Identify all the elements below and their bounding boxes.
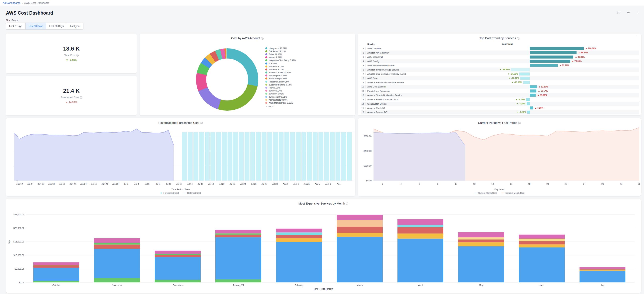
donut-legend-item[interactable]: customer-training 0.19% xyxy=(265,83,296,86)
donut-legend-item[interactable]: aws-cs 9.51% xyxy=(265,56,296,59)
info-icon[interactable] xyxy=(76,54,79,57)
table-row[interactable]: 15 Amazon Route 53 ▲ 6.25% xyxy=(361,106,639,110)
donut-legend-item[interactable]: AWS Market Place 0.00% xyxy=(265,101,296,104)
table-row[interactable]: 8 AWS Glue ▼ -22.12% xyxy=(361,76,639,80)
svg-text:Jun 22: Jun 22 xyxy=(70,183,76,185)
legend-current-month[interactable]: Current Month Cost xyxy=(474,192,497,194)
donut-legend-item[interactable]: HarnessDroneCI 2.72% xyxy=(265,71,296,74)
svg-text:16: 16 xyxy=(510,183,512,185)
legend-dot-icon xyxy=(265,87,267,89)
svg-text:Au..: Au.. xyxy=(337,183,341,185)
column-cost-trend[interactable]: Cost Trend xyxy=(500,42,639,46)
svg-text:$5,000.00: $5,000.00 xyxy=(14,268,24,270)
donut-legend-item[interactable]: aws-ce 0.04% xyxy=(265,89,296,92)
row-service: Amazon Simple Notification Service xyxy=(366,94,500,97)
svg-text:14: 14 xyxy=(492,183,494,185)
donut-legend-item[interactable]: awstest5 3.11% xyxy=(265,68,296,71)
monthly-services-chart: $0.00$5,000.00$10,000.00$15,000.00$20,00… xyxy=(6,206,641,290)
refresh-icon[interactable] xyxy=(617,11,620,15)
donut-legend-item[interactable]: Rishi 0.09% xyxy=(265,86,296,89)
trend-bar xyxy=(530,94,536,97)
forecasted-cost-value: 21.4 K xyxy=(63,88,80,94)
time-range-last-year[interactable]: Last year xyxy=(67,23,84,30)
info-icon[interactable] xyxy=(80,96,82,99)
table-row[interactable]: 5 AWS Elemental MediaStore ▲ 51.72% xyxy=(361,63,639,68)
donut-legend-item[interactable]: ø 3.44% xyxy=(265,62,296,65)
card-menu-icon[interactable]: ⋮ xyxy=(636,36,638,37)
info-icon[interactable] xyxy=(200,122,203,124)
svg-text:Aug 3: Aug 3 xyxy=(294,183,299,185)
info-icon[interactable] xyxy=(346,202,348,205)
trend-bar xyxy=(530,64,558,67)
info-icon[interactable] xyxy=(518,122,521,124)
donut-legend-item[interactable]: QA Setup 26.21% xyxy=(265,50,296,53)
table-row[interactable]: 4 AWS Config ▲ 75.00% xyxy=(361,59,639,63)
table-row[interactable]: 6 Amazon Simple Storage Service ▼ -43.81… xyxy=(361,68,639,72)
table-row[interactable]: 16 Amazon DynamoDB ▼ -5.89% xyxy=(361,110,639,114)
table-row[interactable]: 7 Amazon EC2 Container Registry (ECR) ▼ … xyxy=(361,72,639,76)
table-row[interactable]: 14 CloudWatch Events ▼ -7.39% xyxy=(361,102,639,106)
more-options-icon[interactable] xyxy=(636,11,640,15)
historical-forecast-card: Historical and Forecasted Cost 020040060… xyxy=(6,118,355,196)
time-range-last-7-days[interactable]: Last 7 Days xyxy=(6,23,26,30)
table-row[interactable]: 13 Amazon Elastic Compute Cloud ▼ -8.73% xyxy=(361,98,639,102)
table-row[interactable]: 12 Amazon Simple Notification Service ▲ … xyxy=(361,93,639,97)
svg-text:10: 10 xyxy=(455,183,457,185)
table-row[interactable]: 1 AWS Lambda ▲ 100.00% xyxy=(361,46,639,51)
legend-historical-cost[interactable]: Historical Cost xyxy=(183,192,201,194)
legend-page-down-icon[interactable]: ▼ xyxy=(272,105,274,107)
donut-legend-item[interactable]: awstest4 0.01% xyxy=(265,92,296,95)
legend-forecasted-cost[interactable]: Forecasted Cost xyxy=(160,192,179,194)
donut-legend-item[interactable]: awstest3 3.17% xyxy=(265,65,296,68)
cost-by-account-donut[interactable] xyxy=(196,48,258,111)
svg-text:Jun 28: Jun 28 xyxy=(102,183,108,185)
row-rank: 2 xyxy=(361,52,366,54)
donut-legend-item[interactable]: Integration Test Setup 5.52% xyxy=(265,59,296,62)
table-row[interactable]: 2 Amazon API Gateway ▲ 86.57% xyxy=(361,51,639,55)
donut-legend-item[interactable]: playground 28.59% xyxy=(265,47,296,50)
table-row[interactable]: 11 Elastic Load Balancing ▲ 12.17% xyxy=(361,89,639,93)
legend-dot-icon xyxy=(265,63,267,65)
row-rank: 7 xyxy=(361,73,366,75)
trend-value: ▲ 12.17% xyxy=(538,90,548,92)
svg-text:$600.00: $600.00 xyxy=(364,135,372,137)
donut-legend-item[interactable]: aws-ce-prod 2.19% xyxy=(265,74,296,77)
legend-page-up-icon[interactable]: ▲ xyxy=(265,105,267,107)
svg-text:Jul 18: Jul 18 xyxy=(208,183,214,185)
donut-legend-item[interactable]: harnesstest1 0.00% xyxy=(265,98,296,101)
filter-icon[interactable] xyxy=(626,11,630,15)
donut-legend-item[interactable]: SAAS Setup 0.86% xyxy=(265,77,296,80)
time-range-last-90-days[interactable]: Last 90 Days xyxy=(46,23,67,30)
donut-legend-item[interactable]: aws-security 0.01% xyxy=(265,95,296,98)
breadcrumb: All Dashboards › AWS Cost Dashboard xyxy=(0,0,644,6)
svg-text:October: October xyxy=(52,284,60,286)
legend-previous-month[interactable]: Previous Month Cost xyxy=(501,192,524,194)
table-row[interactable]: 9 Amazon Relational Database Service ▼ -… xyxy=(361,80,639,85)
breadcrumb-all-dashboards-link[interactable]: All Dashboards xyxy=(3,2,20,5)
row-service: AWS Glue xyxy=(366,77,500,80)
period-chart-title: Current Period vs Last Period xyxy=(358,121,641,124)
trend-value: ▼ -15.55% xyxy=(512,81,522,84)
svg-text:Jul 24: Jul 24 xyxy=(240,183,246,185)
legend-dot-icon xyxy=(265,66,267,68)
time-range-last-30-days[interactable]: Last 30 Days xyxy=(25,23,46,30)
info-icon[interactable] xyxy=(261,37,264,40)
donut-legend-item[interactable]: Platform Setup 0.25% xyxy=(265,80,296,83)
legend-dot-icon xyxy=(265,56,267,58)
svg-text:Jul 14: Jul 14 xyxy=(187,183,193,185)
svg-text:30: 30 xyxy=(638,183,640,185)
table-row[interactable]: 3 AWS CloudTrail ▲ 80.83% xyxy=(361,55,639,59)
info-icon[interactable] xyxy=(517,37,520,40)
table-row[interactable]: 10 AWS Cost Explorer ▲ 12.83% xyxy=(361,85,639,89)
trend-bar xyxy=(527,111,530,114)
trend-bar xyxy=(519,73,530,76)
historical-x-axis-title: Time Period / Date xyxy=(6,188,355,191)
historical-swatch-icon xyxy=(183,193,186,193)
total-cost-card: 18.6 K Total Cost ▼ -7.13% xyxy=(6,34,137,73)
donut-legend-item[interactable]: Sales 14.08% xyxy=(265,53,296,56)
trend-value: ▲ 100.00% xyxy=(585,47,596,50)
column-service[interactable]: Service xyxy=(366,43,500,45)
row-service: Amazon EC2 Container Registry (ECR) xyxy=(366,73,500,75)
svg-text:Jun 16: Jun 16 xyxy=(38,183,44,185)
historical-forecast-chart: 0200400600Jun 12Jun 14Jun 16Jun 18Jun 20… xyxy=(6,126,355,188)
